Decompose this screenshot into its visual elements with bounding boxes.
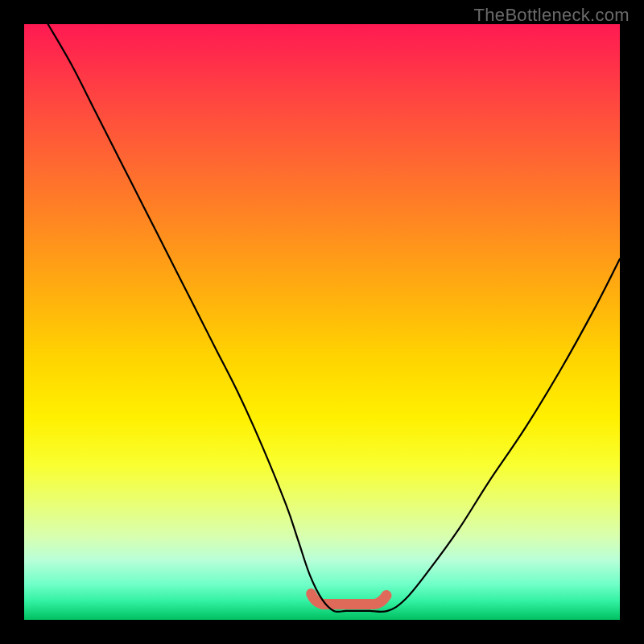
bottleneck-curve [48, 24, 620, 612]
chart-stage: TheBottleneck.com [0, 0, 644, 644]
curve-layer [24, 24, 620, 620]
plot-area [24, 24, 620, 620]
watermark-text: TheBottleneck.com [474, 5, 630, 26]
